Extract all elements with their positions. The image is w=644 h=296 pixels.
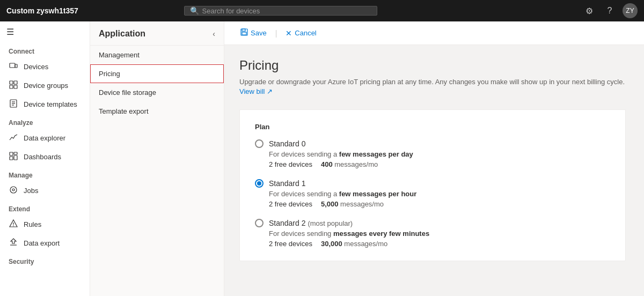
device-file-storage-label: Device file storage	[99, 88, 156, 97]
menu-item-device-file-storage[interactable]: Device file storage	[90, 83, 224, 102]
device-groups-icon	[9, 80, 18, 91]
sidebar-item-device-groups[interactable]: Device groups	[0, 76, 90, 95]
plan-option-standard2-details: 2 free devices 30,000 messages/mo	[255, 240, 610, 248]
svg-rect-3	[14, 81, 17, 84]
devices-icon	[9, 62, 18, 72]
svg-rect-5	[14, 85, 17, 88]
topbar-icons: ⚙ ? ZY	[582, 3, 638, 18]
main-layout: ☰ Connect Devices Device groups Device t…	[0, 21, 644, 296]
plan-option-standard0-desc: For devices sending a few messages per d…	[255, 150, 610, 158]
devices-label: Devices	[24, 63, 48, 71]
jobs-label: Jobs	[24, 187, 38, 195]
data-export-label: Data export	[24, 239, 60, 247]
svg-point-18	[13, 225, 14, 226]
svg-point-15	[12, 189, 14, 191]
search-icon: 🔍	[190, 6, 199, 15]
dashboards-icon	[9, 152, 18, 162]
hamburger-button[interactable]: ☰	[0, 21, 90, 42]
dashboards-label: Dashboards	[24, 153, 61, 161]
settings-icon[interactable]: ⚙	[582, 3, 597, 18]
menu-item-management[interactable]: Management	[90, 46, 224, 64]
rules-label: Rules	[24, 220, 41, 228]
device-templates-icon	[9, 99, 18, 109]
svg-point-14	[10, 187, 17, 193]
avatar[interactable]: ZY	[623, 3, 638, 18]
rules-icon	[9, 219, 18, 230]
plan-option-standard1-details: 2 free devices 5,000 messages/mo	[255, 200, 610, 208]
plan-option-standard2-header: Standard 2 (most popular)	[255, 219, 610, 227]
data-explorer-icon	[9, 133, 18, 143]
menu-item-template-export[interactable]: Template export	[90, 102, 224, 121]
plan-radio-standard0[interactable]	[255, 139, 264, 148]
sidebar-item-data-export[interactable]: Data export	[0, 234, 90, 253]
page-subtitle: Upgrade or downgrade your Azure IoT pric…	[239, 77, 629, 97]
plan-radio-standard1[interactable]	[255, 179, 264, 188]
page-title: Pricing	[239, 58, 629, 73]
manage-section-label: Manage	[0, 166, 90, 181]
plan-option-standard0[interactable]: Standard 0 For devices sending a few mes…	[255, 139, 610, 168]
view-bill-link[interactable]: View bill ↗	[239, 87, 273, 95]
application-panel-header: Application ‹	[90, 21, 224, 46]
cancel-icon: ✕	[286, 29, 292, 38]
sidebar-item-devices[interactable]: Devices	[0, 57, 90, 76]
topbar: Custom zyswh1t357 🔍 ⚙ ? ZY	[0, 0, 644, 21]
search-input[interactable]	[202, 7, 371, 15]
view-bill-icon: ↗	[267, 87, 273, 95]
plan-radio-standard2[interactable]	[255, 219, 264, 227]
plan-option-standard2[interactable]: Standard 2 (most popular) For devices se…	[255, 219, 610, 248]
sidebar-item-rules[interactable]: Rules	[0, 215, 90, 234]
cancel-button[interactable]: ✕ Cancel	[280, 26, 321, 40]
svg-rect-2	[10, 81, 13, 84]
collapse-button[interactable]: ‹	[213, 29, 215, 38]
view-bill-label: View bill	[239, 87, 265, 95]
cancel-label: Cancel	[295, 29, 316, 37]
plan-label: Plan	[255, 123, 610, 131]
jobs-icon	[9, 186, 18, 196]
menu-item-pricing[interactable]: Pricing	[90, 64, 224, 83]
template-export-label: Template export	[99, 107, 149, 115]
save-button[interactable]: Save	[235, 26, 272, 40]
plan-option-standard0-name: Standard 0	[269, 139, 306, 148]
sidebar-item-data-explorer[interactable]: Data explorer	[0, 129, 90, 147]
plan-option-standard0-details: 2 free devices 400 messages/mo	[255, 160, 610, 168]
extend-section-label: Extend	[0, 200, 90, 215]
data-explorer-label: Data explorer	[24, 134, 65, 142]
connect-section-label: Connect	[0, 42, 90, 57]
svg-rect-22	[242, 32, 246, 35]
subtitle-text: Upgrade or downgrade your Azure IoT pric…	[239, 78, 625, 86]
plan-option-standard2-desc: For devices sending messages every few m…	[255, 230, 610, 238]
security-section-label: Security	[0, 253, 90, 268]
help-icon[interactable]: ?	[602, 3, 617, 18]
data-export-icon	[9, 238, 18, 248]
sidebar-item-device-templates[interactable]: Device templates	[0, 95, 90, 114]
plan-option-standard1-desc: For devices sending a few messages per h…	[255, 190, 610, 198]
sidebar-item-dashboards[interactable]: Dashboards	[0, 147, 90, 166]
plan-card: Plan Standard 0 For devices sending a fe…	[239, 109, 626, 261]
toolbar-divider: |	[275, 29, 277, 38]
plan-option-standard2-name: Standard 2 (most popular)	[269, 219, 353, 227]
analyze-section-label: Analyze	[0, 114, 90, 129]
device-groups-label: Device groups	[24, 82, 68, 90]
plan-option-standard1[interactable]: Standard 1 For devices sending a few mes…	[255, 179, 610, 208]
save-label: Save	[251, 29, 267, 37]
sidebar-item-jobs[interactable]: Jobs	[0, 181, 90, 200]
plan-option-standard0-header: Standard 0	[255, 139, 610, 148]
svg-rect-4	[10, 85, 13, 88]
content-body: Pricing Upgrade or downgrade your Azure …	[224, 45, 644, 274]
content-toolbar: Save | ✕ Cancel	[224, 21, 644, 45]
pricing-label: Pricing	[99, 70, 120, 78]
svg-rect-21	[242, 29, 245, 31]
plan-option-standard1-name: Standard 1	[269, 179, 306, 188]
search-bar[interactable]: 🔍	[184, 6, 377, 16]
svg-rect-11	[14, 152, 17, 154]
application-panel-title: Application	[99, 29, 145, 39]
svg-rect-1	[15, 64, 17, 68]
save-icon	[240, 28, 248, 38]
device-templates-label: Device templates	[24, 100, 77, 108]
content-area: Save | ✕ Cancel Pricing Upgrade or downg…	[224, 21, 644, 296]
application-panel: Application ‹ Management Pricing Device …	[90, 21, 224, 296]
svg-rect-13	[14, 156, 17, 160]
svg-rect-0	[10, 63, 15, 68]
svg-rect-10	[10, 152, 13, 156]
plan-option-standard1-header: Standard 1	[255, 179, 610, 188]
